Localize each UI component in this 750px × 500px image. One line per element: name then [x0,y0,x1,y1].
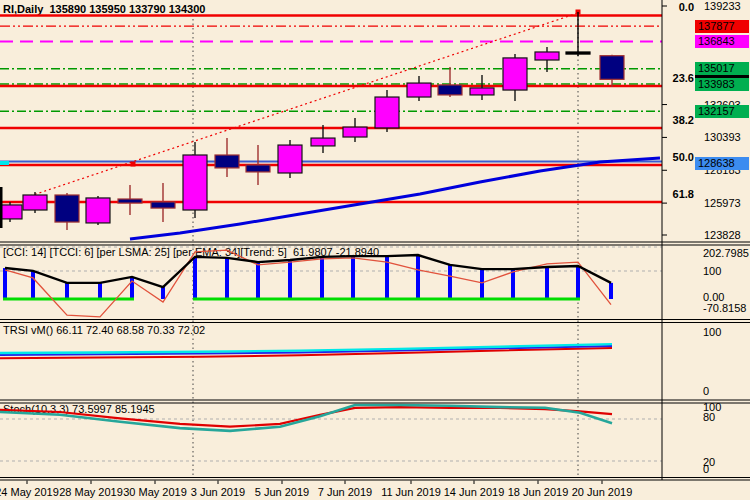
fib-label: 61.8 [634,188,694,200]
price-badge: 136843 [695,35,749,48]
date-label: 20 Jun 2019 [562,486,642,498]
fib-label: 23.6 [634,72,694,84]
price-badge: 135017 [695,62,749,75]
fib-label: 50.0 [634,151,694,163]
fib-label: 0.0 [634,1,694,13]
price-badge: 132157 [695,105,749,118]
fib-label: 38.2 [634,114,694,126]
labels-over: 0.023.638.250.061.8137877136843134300135… [0,0,750,500]
price-badge: 128638 [695,157,749,170]
price-badge: 137877 [695,20,749,33]
price-badge: 133983 [695,78,749,91]
